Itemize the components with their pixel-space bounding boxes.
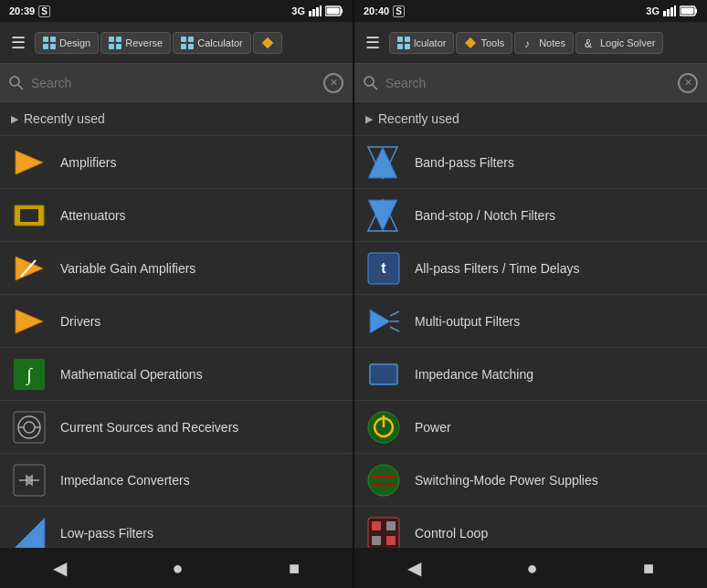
low-pass-icon	[11, 515, 47, 549]
list-item[interactable]: Drivers	[0, 295, 353, 348]
list-item[interactable]: Band-stop / Notch Filters	[354, 189, 707, 242]
left-home-button[interactable]: ●	[153, 551, 201, 586]
svg-rect-46	[695, 9, 697, 14]
svg-rect-41	[663, 11, 666, 16]
svg-rect-0	[309, 11, 311, 16]
svg-line-21	[18, 85, 23, 89]
left-battery-icon	[325, 5, 343, 16]
current-sources-icon	[11, 409, 47, 446]
list-item[interactable]: Current Sources and Receivers	[0, 401, 353, 454]
left-search-icon	[9, 76, 24, 90]
right-search-icon	[364, 76, 378, 90]
left-time: 20:39	[9, 5, 35, 16]
right-tools-icon	[464, 37, 477, 49]
all-pass-label: All-pass Filters / Time Delays	[415, 261, 579, 276]
right-recently-used-arrow: ▶	[365, 113, 373, 125]
left-search-clear[interactable]: ✕	[323, 73, 343, 93]
svg-rect-44	[674, 5, 676, 16]
right-list: ▶ Recently used Band-pass Filters Band-s…	[354, 102, 707, 548]
svg-rect-43	[670, 7, 673, 16]
right-home-button[interactable]: ●	[508, 551, 555, 586]
list-item[interactable]: Amplifiers	[0, 136, 353, 189]
left-search-input[interactable]	[31, 76, 316, 90]
svg-marker-22	[16, 151, 43, 174]
svg-point-20	[10, 77, 19, 86]
right-search-input[interactable]	[385, 76, 670, 90]
svg-marker-39	[14, 518, 45, 549]
list-item[interactable]: ∫ Mathematical Operations	[0, 348, 353, 401]
list-item[interactable]: t All-pass Filters / Time Delays	[354, 242, 707, 295]
right-tools-button[interactable]: Tools	[456, 32, 512, 54]
list-item[interactable]: Impedance Converters	[0, 454, 353, 507]
right-hamburger-button[interactable]: ☰	[358, 27, 387, 58]
right-recently-used-label: Recently used	[378, 111, 459, 126]
svg-rect-6	[327, 8, 340, 15]
right-calculator-button[interactable]: lculator	[389, 32, 454, 54]
left-search-bar: ✕	[0, 64, 353, 102]
left-recently-used-label: Recently used	[24, 111, 105, 126]
left-recent-button[interactable]: ■	[270, 551, 318, 586]
list-item[interactable]: Switching-Mode Power Supplies	[354, 454, 707, 507]
list-item[interactable]: Control Loop	[354, 507, 707, 548]
left-status-left: 20:39 S	[9, 5, 50, 17]
left-list: ▶ Recently used Amplifiers Attenuators	[0, 102, 353, 548]
left-calculator-icon	[181, 37, 194, 49]
list-item[interactable]: Variable Gain Amplifiers	[0, 242, 353, 295]
left-network: 3G	[291, 5, 305, 16]
right-back-button[interactable]: ◀	[389, 550, 439, 586]
multi-output-label: Multi-output Filters	[415, 314, 520, 329]
left-bottom-nav: ◀ ● ■	[0, 548, 353, 588]
right-panel: 20:40 S 3G ☰	[354, 0, 707, 588]
list-item[interactable]: Low-pass Filters	[0, 507, 353, 548]
svg-rect-12	[116, 37, 121, 42]
left-recently-used-header[interactable]: ▶ Recently used	[0, 102, 353, 136]
svg-rect-24	[20, 209, 38, 222]
band-pass-icon	[365, 144, 402, 181]
svg-rect-7	[43, 37, 48, 42]
right-recent-button[interactable]: ■	[625, 551, 672, 586]
right-logic-icon: &	[584, 37, 596, 49]
right-notes-button[interactable]: ♪ Notes	[514, 32, 574, 54]
power-label: Power	[415, 420, 451, 435]
svg-rect-2	[316, 7, 319, 16]
drivers-icon	[11, 303, 47, 340]
left-toolbar: ☰ Design Reverse	[0, 22, 353, 64]
left-back-button[interactable]: ◀	[35, 550, 85, 586]
svg-rect-47	[681, 8, 694, 15]
svg-rect-11	[109, 37, 114, 42]
right-calculator-label: lculator	[414, 37, 446, 48]
right-logic-label: Logic Solver	[600, 37, 656, 48]
left-design-label: Design	[59, 37, 90, 48]
svg-rect-49	[405, 37, 410, 42]
svg-rect-76	[372, 536, 381, 545]
list-item[interactable]: Attenuators	[0, 189, 353, 242]
list-item[interactable]: Impedance Matching	[354, 348, 707, 401]
left-hamburger-button[interactable]: ☰	[4, 27, 33, 58]
svg-rect-3	[320, 5, 322, 16]
left-reverse-button[interactable]: Reverse	[100, 32, 171, 54]
right-network: 3G	[646, 5, 660, 16]
left-calculator-button[interactable]: Calculator	[173, 32, 251, 54]
right-recently-used-header[interactable]: ▶ Recently used	[354, 102, 707, 136]
impedance-match-label: Impedance Matching	[415, 367, 533, 382]
right-tools-label: Tools	[480, 37, 504, 48]
left-calculator-label: Calculator	[197, 37, 243, 48]
left-status-right: 3G	[291, 5, 343, 16]
svg-rect-13	[109, 44, 114, 49]
variable-gain-icon	[11, 250, 47, 287]
list-item[interactable]: Band-pass Filters	[354, 136, 707, 189]
list-item[interactable]: Multi-output Filters	[354, 295, 707, 348]
right-logic-button[interactable]: & Logic Solver	[575, 32, 664, 54]
math-ops-label: Mathematical Operations	[60, 367, 203, 382]
svg-marker-52	[465, 37, 476, 48]
left-design-button[interactable]: Design	[35, 32, 99, 54]
right-search-bar: ✕	[354, 64, 707, 102]
svg-rect-8	[50, 37, 56, 42]
list-item[interactable]: Power	[354, 401, 707, 454]
svg-marker-59	[368, 200, 397, 231]
control-loop-icon	[365, 515, 402, 549]
svg-rect-51	[405, 44, 410, 49]
svg-point-55	[364, 77, 374, 86]
left-more-button[interactable]	[253, 32, 282, 54]
right-search-clear[interactable]: ✕	[678, 73, 698, 93]
